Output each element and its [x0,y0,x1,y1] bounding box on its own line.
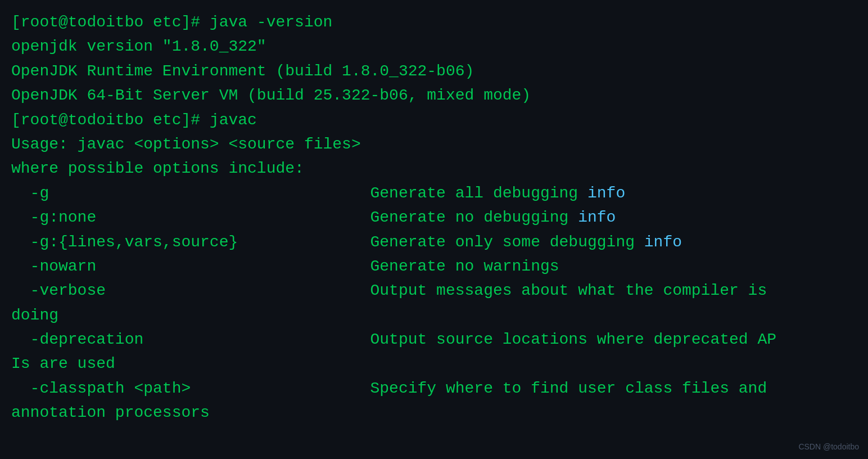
terminal-line: annotation processors [11,400,857,425]
terminal-text: -deprecation Output source locations whe… [11,331,776,348]
terminal-line: -classpath <path> Specify where to find … [11,376,857,400]
terminal-text: -g:none Generate no debugging [11,209,578,226]
terminal-text: annotation processors [11,404,210,421]
terminal-text: Is are used [11,355,115,372]
terminal-text: info [644,233,682,251]
terminal-line: -g:none Generate no debugging info [11,205,857,230]
terminal-text: -g:{lines,vars,source} Generate only som… [11,233,644,251]
terminal-text: -g Generate all debugging [11,184,587,202]
terminal-text: OpenJDK 64-Bit Server VM (build 25.322-b… [11,87,531,104]
terminal-text: doing [11,307,58,324]
terminal-line: [root@todoitbo etc]# javac [11,108,857,132]
terminal-text: -nowarn Generate no warnings [11,258,559,275]
terminal-line: doing [11,303,857,327]
terminal-line: where possible options include: [11,156,857,181]
terminal-line: OpenJDK 64-Bit Server VM (build 25.322-b… [11,83,857,107]
terminal-text: Usage: javac <options> <source files> [11,136,361,153]
terminal-line: Usage: javac <options> <source files> [11,132,857,156]
terminal-text: info [578,209,616,226]
terminal-text: -verbose Output messages about what the … [11,282,767,299]
terminal-text: [root@todoitbo etc]# java -version [11,14,332,31]
terminal-line: -g Generate all debugging info [11,181,857,205]
terminal-line: -deprecation Output source locations whe… [11,327,857,352]
terminal-text: OpenJDK Runtime Environment (build 1.8.0… [11,62,474,80]
terminal-line: -g:{lines,vars,source} Generate only som… [11,230,857,254]
terminal-output: [root@todoitbo etc]# java -versionopenjd… [11,10,857,425]
terminal-line: Is are used [11,352,857,376]
terminal-text: openjdk version "1.8.0_322" [11,38,266,55]
terminal-text: info [587,184,625,202]
terminal-text: where possible options include: [11,160,304,177]
terminal-line: OpenJDK Runtime Environment (build 1.8.0… [11,59,857,83]
terminal-line: -verbose Output messages about what the … [11,278,857,303]
terminal-text: -classpath <path> Specify where to find … [11,380,767,397]
watermark: CSDN @todoitbo [798,441,859,453]
terminal-line: openjdk version "1.8.0_322" [11,34,857,58]
terminal-line: [root@todoitbo etc]# java -version [11,10,857,34]
terminal-line: -nowarn Generate no warnings [11,254,857,278]
terminal-text: [root@todoitbo etc]# javac [11,111,257,129]
